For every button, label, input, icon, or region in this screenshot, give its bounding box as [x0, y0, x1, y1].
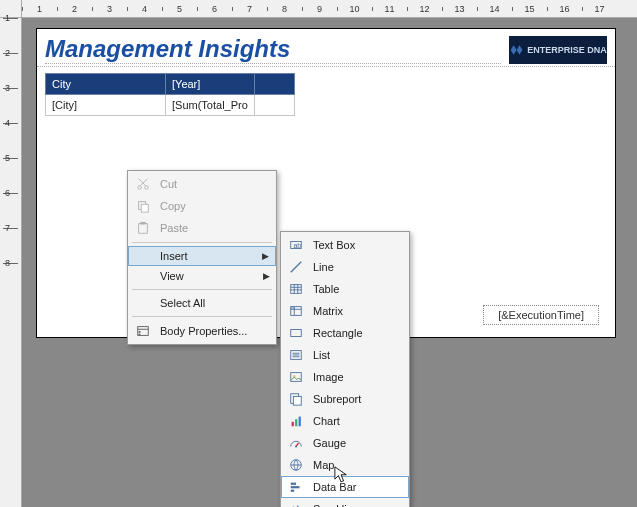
- tablix-header[interactable]: City: [46, 74, 166, 95]
- menu-item-label: Cut: [160, 178, 177, 190]
- subreport-icon: [287, 392, 305, 406]
- ruler-tick: 12: [407, 4, 442, 14]
- svg-rect-32: [295, 419, 297, 426]
- insert-item-rectangle[interactable]: Rectangle: [281, 322, 409, 344]
- insert-item-image[interactable]: Image: [281, 366, 409, 388]
- tablix-header[interactable]: [Year]: [166, 74, 255, 95]
- tablix-cell[interactable]: [Sum(Total_Pro: [166, 95, 255, 116]
- menu-item-label: Matrix: [313, 305, 343, 317]
- svg-rect-9: [139, 334, 141, 335]
- menu-item-label: Map: [313, 459, 334, 471]
- menu-item-label: Table: [313, 283, 339, 295]
- insert-item-line[interactable]: Line: [281, 256, 409, 278]
- textbox-icon: ab: [287, 238, 305, 252]
- menu-item-label: Chart: [313, 415, 340, 427]
- ruler-tick: 14: [477, 4, 512, 14]
- svg-rect-22: [291, 330, 302, 337]
- ruler-tick: 9: [302, 4, 337, 14]
- menu-item-label: Body Properties...: [160, 325, 247, 337]
- insert-item-subreport[interactable]: Subreport: [281, 388, 409, 410]
- chart-icon: [287, 414, 305, 428]
- svg-point-0: [138, 186, 142, 190]
- tablix[interactable]: City [Year] [City] [Sum(Total_Pro: [45, 73, 295, 116]
- ruler-tick: 4: [127, 4, 162, 14]
- list-icon: [287, 348, 305, 362]
- menu-item-label: Sparkline: [313, 503, 359, 507]
- tablix-header[interactable]: [254, 74, 294, 95]
- table-icon: [287, 282, 305, 296]
- svg-rect-8: [139, 331, 141, 333]
- svg-rect-13: [291, 285, 302, 294]
- menu-item-label: Select All: [160, 297, 205, 309]
- menu-item-paste: Paste: [128, 217, 276, 239]
- report-title[interactable]: Management Insights: [45, 35, 501, 64]
- matrix-icon: [287, 304, 305, 318]
- insert-submenu[interactable]: abText BoxLineTableMatrixRectangleListIm…: [280, 231, 410, 507]
- props-icon: [134, 324, 152, 338]
- tablix-cell[interactable]: [254, 95, 294, 116]
- svg-point-1: [145, 186, 149, 190]
- svg-rect-27: [291, 373, 302, 382]
- insert-item-gauge[interactable]: Gauge: [281, 432, 409, 454]
- submenu-arrow-icon: ▶: [263, 271, 270, 281]
- menu-item-label: Subreport: [313, 393, 361, 405]
- ruler-tick: 15: [512, 4, 547, 14]
- menu-item-select-all[interactable]: Select All: [128, 293, 276, 313]
- insert-item-map[interactable]: Map: [281, 454, 409, 476]
- databar-icon: [287, 480, 305, 494]
- map-icon: [287, 458, 305, 472]
- insert-item-chart[interactable]: Chart: [281, 410, 409, 432]
- menu-item-body-properties[interactable]: Body Properties...: [128, 320, 276, 342]
- menu-separator: [132, 242, 272, 243]
- svg-rect-37: [291, 483, 296, 485]
- ruler-tick: 2: [0, 53, 21, 88]
- tablix-cell[interactable]: [City]: [46, 95, 166, 116]
- cut-icon: [134, 177, 152, 191]
- insert-item-list[interactable]: List: [281, 344, 409, 366]
- menu-item-label: Text Box: [313, 239, 355, 251]
- svg-rect-31: [292, 422, 294, 426]
- ruler-tick: 3: [0, 88, 21, 123]
- insert-item-matrix[interactable]: Matrix: [281, 300, 409, 322]
- menu-item-view[interactable]: View▶: [128, 266, 276, 286]
- svg-line-12: [291, 262, 302, 273]
- insert-item-table[interactable]: Table: [281, 278, 409, 300]
- gauge-icon: [287, 436, 305, 450]
- svg-point-35: [295, 445, 297, 447]
- insert-item-sparkline[interactable]: Sparkline: [281, 498, 409, 507]
- execution-time-field[interactable]: [&ExecutionTime]: [483, 305, 599, 325]
- submenu-arrow-icon: ▶: [262, 251, 269, 261]
- logo-badge: ENTERPRISE DNA: [509, 36, 607, 64]
- svg-rect-5: [140, 222, 145, 225]
- insert-item-text-box[interactable]: abText Box: [281, 234, 409, 256]
- menu-item-label: Image: [313, 371, 344, 383]
- design-canvas[interactable]: Management Insights ENTERPRISE DNA City …: [22, 18, 637, 507]
- logo-text: ENTERPRISE DNA: [527, 45, 607, 55]
- insert-item-data-bar[interactable]: Data Bar: [281, 476, 409, 498]
- menu-item-copy: Copy: [128, 195, 276, 217]
- ruler-tick: 6: [197, 4, 232, 14]
- ruler-tick: 4: [0, 123, 21, 158]
- menu-separator: [132, 289, 272, 290]
- sparkline-icon: [287, 502, 305, 507]
- menu-item-label: Line: [313, 261, 334, 273]
- menu-item-label: Copy: [160, 200, 186, 212]
- menu-item-insert[interactable]: Insert▶: [128, 246, 276, 266]
- ruler-tick: 5: [162, 4, 197, 14]
- ruler-tick: 8: [0, 263, 21, 298]
- line-icon: [287, 260, 305, 274]
- ruler-tick: 5: [0, 158, 21, 193]
- svg-rect-4: [139, 224, 148, 234]
- svg-rect-30: [293, 396, 301, 405]
- ruler-tick: 1: [0, 18, 21, 53]
- menu-item-label: Rectangle: [313, 327, 363, 339]
- svg-rect-33: [299, 417, 301, 427]
- tablix-header-row: City [Year]: [46, 74, 295, 95]
- tablix-data-row: [City] [Sum(Total_Pro: [46, 95, 295, 116]
- vertical-ruler: 12345678: [0, 18, 22, 507]
- ruler-tick: 6: [0, 193, 21, 228]
- svg-rect-39: [291, 490, 295, 492]
- image-icon: [287, 370, 305, 384]
- copy-icon: [134, 199, 152, 213]
- context-menu[interactable]: CutCopyPasteInsert▶View▶Select AllBody P…: [127, 170, 277, 345]
